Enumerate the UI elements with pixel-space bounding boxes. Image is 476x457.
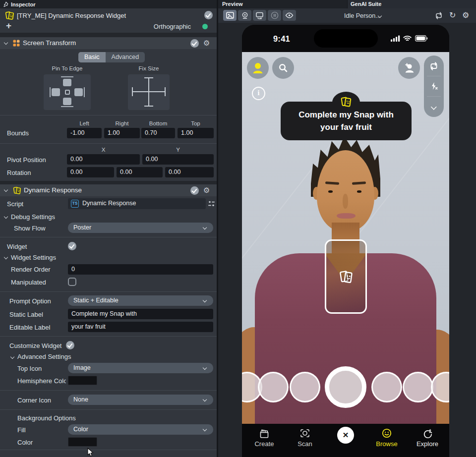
collapse-chevron-icon[interactable] xyxy=(4,188,8,192)
pivot-y-input[interactable]: 0.00 xyxy=(142,154,214,165)
pivot-col-y: Y xyxy=(142,147,214,153)
screen-transform-header[interactable]: Screen Transform ⚙ xyxy=(0,37,217,49)
object-enabled-checkbox[interactable] xyxy=(204,11,213,19)
render-order-input[interactable]: 0 xyxy=(68,264,213,275)
collapse-chevron-icon[interactable] xyxy=(10,355,15,359)
screen-transform-icon xyxy=(13,40,20,47)
customize-widget-checkbox[interactable] xyxy=(66,341,74,349)
avatar-button[interactable] xyxy=(247,57,269,79)
lens-carousel-item[interactable] xyxy=(371,372,402,402)
render-order-label: Render Order xyxy=(11,266,50,273)
add-friend-button[interactable] xyxy=(398,57,420,79)
divider xyxy=(0,237,217,237)
sync-scene-icon[interactable] xyxy=(434,11,443,20)
gear-icon[interactable]: ⚙ xyxy=(462,10,469,20)
widget-cards-icon xyxy=(5,10,14,20)
ar-widget-frame[interactable] xyxy=(325,239,367,314)
reset-preview-icon[interactable]: ↻ xyxy=(449,10,456,20)
nav-create-label: Create xyxy=(247,440,282,448)
bounds-col-left: Left xyxy=(67,120,102,126)
show-flow-label: Show Flow xyxy=(14,225,46,232)
projection-label[interactable]: Orthographic xyxy=(154,23,191,30)
dynamic-response-header[interactable]: Dynamic Response ⚙ xyxy=(0,184,217,196)
lens-carousel-active-item[interactable] xyxy=(325,366,366,408)
lens-carousel-item[interactable] xyxy=(258,372,289,402)
corner-icon-dropdown[interactable]: None xyxy=(68,395,213,405)
pivot-x-input[interactable]: 0.00 xyxy=(67,154,140,165)
search-button[interactable] xyxy=(272,57,294,79)
nav-scan[interactable]: Scan xyxy=(288,428,322,448)
nav-scan-label: Scan xyxy=(288,440,322,448)
screen-transform-title: Screen Transform xyxy=(23,39,76,47)
prompt-option-value: Static + Editable xyxy=(73,297,119,304)
chevron-down-icon xyxy=(378,14,382,18)
fill-dropdown[interactable]: Color xyxy=(68,424,213,435)
flash-off-button[interactable] xyxy=(424,76,444,96)
fix-size-control[interactable] xyxy=(128,74,170,110)
nav-explore[interactable]: Explore xyxy=(410,428,445,448)
script-options-icon[interactable] xyxy=(208,200,215,207)
person-mouth xyxy=(337,213,356,219)
device-rotate-button[interactable] xyxy=(253,10,266,21)
scan-icon xyxy=(299,428,311,439)
show-flow-dropdown[interactable]: Poster xyxy=(68,223,213,233)
tab-advanced[interactable]: Advanced xyxy=(106,52,145,62)
manipulated-checkbox[interactable] xyxy=(68,278,76,286)
lens-carousel-item[interactable] xyxy=(290,372,320,402)
show-hide-button[interactable] xyxy=(283,10,296,21)
collapse-chevron-icon[interactable] xyxy=(4,215,8,219)
device-selector-dropdown[interactable]: Idle Person... xyxy=(344,12,381,19)
widget-checkbox[interactable] xyxy=(68,242,76,250)
bounds-left-input[interactable]: -1.00 xyxy=(67,128,102,138)
script-field[interactable]: TS Dynamic Response xyxy=(68,198,206,209)
pause-button[interactable] xyxy=(268,10,281,21)
nav-browse-label: Browse xyxy=(369,440,404,448)
chevron-down-icon xyxy=(203,298,207,303)
editable-label-input[interactable]: your fav fruit xyxy=(68,322,213,332)
corner-icon-value: None xyxy=(73,396,88,403)
lens-carousel-item[interactable] xyxy=(403,372,433,402)
create-icon xyxy=(258,428,270,439)
flash-off-icon xyxy=(429,81,439,91)
snapshot-mode-button[interactable] xyxy=(223,10,237,21)
advanced-settings-label[interactable]: Advanced Settings xyxy=(17,353,71,360)
debug-settings-label[interactable]: Debug Settings xyxy=(11,213,55,221)
info-button[interactable]: i xyxy=(252,87,265,100)
pin-to-edge-control[interactable] xyxy=(44,74,91,110)
tab-genai-suite[interactable]: GenAI Suite xyxy=(347,0,476,8)
rotation-z-input[interactable]: 0.00 xyxy=(165,167,214,177)
tab-basic[interactable]: Basic xyxy=(78,52,106,62)
divider xyxy=(0,291,217,292)
dynamic-island xyxy=(314,29,378,48)
collapse-chevron-icon[interactable] xyxy=(4,255,8,260)
gear-icon[interactable]: ⚙ xyxy=(203,186,210,194)
camera-view: i Complete my Snap with your fav fruit xyxy=(242,52,449,424)
dynamic-response-enabled-checkbox[interactable] xyxy=(190,186,199,195)
prompt-option-dropdown[interactable]: Static + Editable xyxy=(68,295,213,306)
nav-create[interactable]: Create xyxy=(247,428,282,448)
bounds-bottom-input[interactable]: 0.70 xyxy=(141,128,175,138)
pivot-col-x: X xyxy=(67,147,140,153)
collapse-chevron-icon[interactable] xyxy=(4,41,8,45)
gear-icon[interactable]: ⚙ xyxy=(203,39,210,47)
collapse-tools-button[interactable] xyxy=(424,97,444,117)
hemisphere-color-swatch[interactable] xyxy=(68,376,97,385)
flip-camera-button[interactable] xyxy=(424,56,444,76)
widget-settings-label[interactable]: Widget Settings xyxy=(11,254,56,261)
top-icon-dropdown[interactable]: Image xyxy=(68,363,213,373)
nav-browse[interactable]: Browse xyxy=(369,428,404,448)
background-color-swatch[interactable] xyxy=(68,437,97,447)
screen-transform-enabled-checkbox[interactable] xyxy=(190,39,199,48)
rotation-y-input[interactable]: 0.00 xyxy=(117,167,163,177)
chevron-down-icon xyxy=(203,427,207,432)
webcam-mode-button[interactable] xyxy=(238,10,251,21)
divider xyxy=(0,115,217,115)
rotation-x-input[interactable]: 0.00 xyxy=(67,167,114,177)
static-label-input[interactable]: Complete my Snap with xyxy=(68,309,213,319)
section-gap xyxy=(0,181,217,184)
add-component-button[interactable]: + xyxy=(6,20,11,31)
bounds-top-input[interactable]: 1.00 xyxy=(178,128,214,138)
close-lens-button[interactable]: ✕ xyxy=(337,427,354,444)
bounds-right-input[interactable]: 1.00 xyxy=(104,128,140,138)
rotation-label: Rotation xyxy=(7,169,31,176)
